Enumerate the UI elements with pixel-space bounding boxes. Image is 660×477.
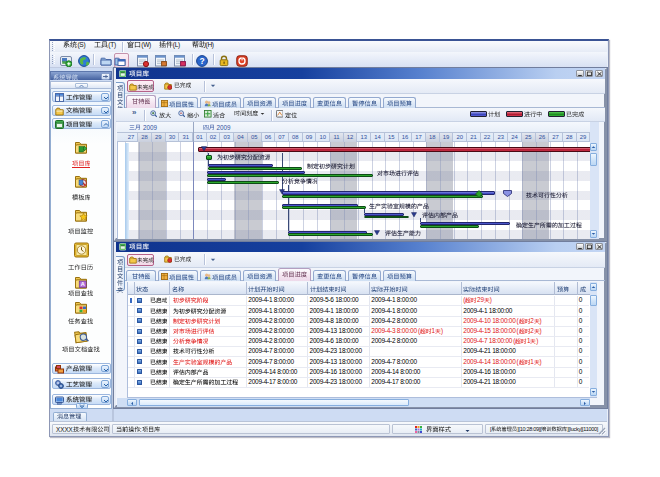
svg-text:A: A <box>81 281 85 287</box>
svg-text:?: ? <box>199 56 204 66</box>
